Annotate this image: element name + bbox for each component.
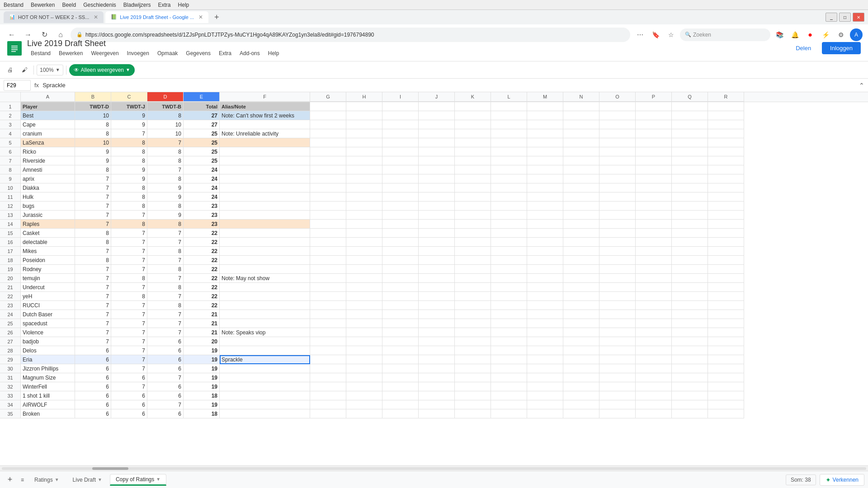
- cell-i18[interactable]: [382, 256, 419, 265]
- cell-m15[interactable]: [527, 229, 563, 238]
- cell-h29[interactable]: [346, 355, 382, 364]
- cell-f13[interactable]: [220, 211, 310, 220]
- cell-h16[interactable]: [346, 238, 382, 247]
- cell-a22[interactable]: yeH: [21, 292, 75, 301]
- cell-g21[interactable]: [310, 283, 346, 292]
- cell-j14[interactable]: [419, 220, 455, 229]
- cell-b13[interactable]: 7: [75, 211, 111, 220]
- cell-h5[interactable]: [346, 138, 382, 147]
- cell-f34[interactable]: [220, 400, 310, 409]
- cell-m30[interactable]: [527, 364, 563, 373]
- cell-i10[interactable]: [382, 183, 419, 192]
- cell-a19[interactable]: Rodney: [21, 265, 75, 274]
- row-num-26[interactable]: 26: [0, 328, 21, 337]
- cell-b27[interactable]: 7: [75, 337, 111, 346]
- cell-o5[interactable]: [599, 138, 636, 147]
- cell-n16[interactable]: [563, 238, 599, 247]
- cell-m31[interactable]: [527, 373, 563, 382]
- cell-d3[interactable]: 10: [147, 120, 184, 129]
- cell-m14[interactable]: [527, 220, 563, 229]
- cell-e9[interactable]: 24: [184, 174, 220, 183]
- cell-e34[interactable]: 19: [184, 400, 220, 409]
- cell-i19[interactable]: [382, 265, 419, 274]
- cell-a3[interactable]: Cape: [21, 120, 75, 129]
- cell-i34[interactable]: [382, 400, 419, 409]
- cell-f27[interactable]: [220, 337, 310, 346]
- row-num-6[interactable]: 6: [0, 147, 21, 156]
- cell-q29[interactable]: [672, 355, 708, 364]
- cell-j35[interactable]: [419, 409, 455, 418]
- cell-o1[interactable]: [599, 102, 636, 111]
- cell-n3[interactable]: [563, 120, 599, 129]
- cell-b18[interactable]: 8: [75, 256, 111, 265]
- copy-of-ratings-tab-arrow[interactable]: ▼: [156, 477, 160, 482]
- cell-n29[interactable]: [563, 355, 599, 364]
- cell-r33[interactable]: [708, 391, 744, 400]
- cell-l2[interactable]: [491, 111, 527, 120]
- cell-q33[interactable]: [672, 391, 708, 400]
- row-num-21[interactable]: 21: [0, 283, 21, 292]
- cell-g26[interactable]: [310, 328, 346, 337]
- cell-f2[interactable]: Note: Can't show first 2 weeks: [220, 111, 310, 120]
- cell-r31[interactable]: [708, 373, 744, 382]
- cell-p7[interactable]: [636, 156, 672, 165]
- cell-j21[interactable]: [419, 283, 455, 292]
- cell-i16[interactable]: [382, 238, 419, 247]
- cell-c30[interactable]: 7: [111, 364, 147, 373]
- cell-f23[interactable]: [220, 301, 310, 310]
- cell-j6[interactable]: [419, 147, 455, 156]
- cell-h4[interactable]: [346, 129, 382, 138]
- cell-d13[interactable]: 9: [147, 211, 184, 220]
- cell-c27[interactable]: 7: [111, 337, 147, 346]
- cell-r19[interactable]: [708, 265, 744, 274]
- cell-a28[interactable]: Delos: [21, 346, 75, 355]
- cell-n11[interactable]: [563, 192, 599, 202]
- cell-o32[interactable]: [599, 382, 636, 391]
- cell-c35[interactable]: 6: [111, 409, 147, 418]
- cell-c6[interactable]: 8: [111, 147, 147, 156]
- new-tab-button[interactable]: +: [210, 11, 223, 23]
- cell-n34[interactable]: [563, 400, 599, 409]
- cell-i1[interactable]: [382, 102, 419, 111]
- cell-d27[interactable]: 6: [147, 337, 184, 346]
- cell-m3[interactable]: [527, 120, 563, 129]
- cell-i22[interactable]: [382, 292, 419, 301]
- cell-l29[interactable]: [491, 355, 527, 364]
- cell-e8[interactable]: 24: [184, 165, 220, 174]
- row-num-9[interactable]: 9: [0, 174, 21, 183]
- cell-l34[interactable]: [491, 400, 527, 409]
- cell-q18[interactable]: [672, 256, 708, 265]
- cell-d25[interactable]: 7: [147, 319, 184, 328]
- cell-l30[interactable]: [491, 364, 527, 373]
- cell-d8[interactable]: 7: [147, 165, 184, 174]
- cell-g1[interactable]: [310, 102, 346, 111]
- cell-q8[interactable]: [672, 165, 708, 174]
- cell-h28[interactable]: [346, 346, 382, 355]
- cell-c4[interactable]: 7: [111, 129, 147, 138]
- cell-d14[interactable]: 8: [147, 220, 184, 229]
- sheet-tab-copy-of-ratings[interactable]: Copy of Ratings ▼: [110, 474, 166, 486]
- cell-l23[interactable]: [491, 301, 527, 310]
- cell-q35[interactable]: [672, 409, 708, 418]
- cell-d12[interactable]: 8: [147, 202, 184, 211]
- cell-q9[interactable]: [672, 174, 708, 183]
- cell-e32[interactable]: 19: [184, 382, 220, 391]
- cell-j22[interactable]: [419, 292, 455, 301]
- cell-p14[interactable]: [636, 220, 672, 229]
- cell-o29[interactable]: [599, 355, 636, 364]
- cell-h35[interactable]: [346, 409, 382, 418]
- row-num-12[interactable]: 12: [0, 202, 21, 211]
- cell-a30[interactable]: Jizzron Phillips: [21, 364, 75, 373]
- cell-m22[interactable]: [527, 292, 563, 301]
- cell-r30[interactable]: [708, 364, 744, 373]
- print-button[interactable]: 🖨: [4, 64, 16, 76]
- cell-c12[interactable]: 8: [111, 202, 147, 211]
- cell-b26[interactable]: 7: [75, 328, 111, 337]
- cell-d4[interactable]: 10: [147, 129, 184, 138]
- row-num-20[interactable]: 20: [0, 274, 21, 283]
- cell-g34[interactable]: [310, 400, 346, 409]
- cell-k10[interactable]: [455, 183, 491, 192]
- cell-n19[interactable]: [563, 265, 599, 274]
- col-header-e[interactable]: E: [184, 92, 220, 102]
- cell-p5[interactable]: [636, 138, 672, 147]
